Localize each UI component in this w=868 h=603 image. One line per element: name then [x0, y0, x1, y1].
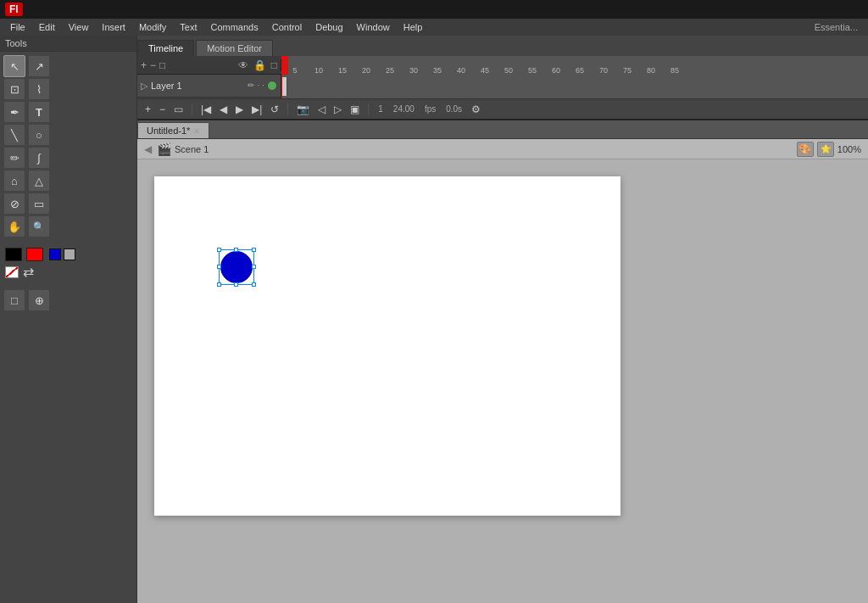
snap-to-content-btn[interactable]: ⭐: [817, 142, 834, 157]
handle-bl[interactable]: [217, 282, 221, 287]
title-bar: Fl: [0, 0, 868, 19]
new-layer-icon[interactable]: +: [141, 59, 147, 71]
delete-layer-btn[interactable]: −: [157, 103, 168, 116]
zoom-out-btn[interactable]: 🎨: [797, 142, 814, 157]
loop-btn[interactable]: ↺: [268, 103, 281, 116]
fl-logo: Fl: [5, 3, 23, 16]
menu-file[interactable]: File: [3, 20, 32, 34]
snap-btn[interactable]: ⊕: [28, 289, 50, 311]
lock-header-icon: 🔒: [253, 59, 266, 71]
menu-help[interactable]: Help: [397, 20, 430, 34]
stroke-color-swatch[interactable]: [5, 248, 22, 261]
onion-next-btn[interactable]: ▷: [331, 103, 344, 116]
essentials-label: Essentia...: [815, 22, 865, 32]
timeline-tabs: Timeline Motion Editor: [137, 36, 868, 56]
text-tool[interactable]: T: [28, 101, 50, 123]
object-drawing-btn[interactable]: □: [3, 289, 25, 311]
lasso-tool[interactable]: ⌇: [28, 78, 50, 100]
menu-text[interactable]: Text: [173, 20, 203, 34]
eraser-tool[interactable]: ▭: [28, 193, 50, 215]
frames-area[interactable]: [281, 75, 868, 98]
handle-br[interactable]: [252, 282, 256, 287]
pen-tool[interactable]: ✒: [3, 101, 25, 123]
goto-first-btn[interactable]: |◀: [198, 103, 214, 116]
separator-3: [368, 103, 369, 115]
onion-edit-btn[interactable]: ▣: [348, 103, 362, 116]
layer-name: Layer 1: [151, 81, 244, 91]
padlock-icon[interactable]: ·: [262, 81, 264, 91]
breadcrumb-scene[interactable]: 🎬 Scene 1: [157, 142, 209, 156]
settings-btn[interactable]: ⚙: [469, 103, 483, 116]
handle-tl[interactable]: [217, 248, 221, 252]
pencil-icon[interactable]: ✏: [248, 81, 254, 91]
white-canvas[interactable]: [154, 176, 620, 516]
layer-row[interactable]: ▷ Layer 1 ✏ · ·: [137, 75, 281, 98]
goto-next-btn[interactable]: ▶|: [249, 103, 264, 116]
layer-color-box[interactable]: [267, 81, 277, 91]
doc-tab-name: Untitled-1*: [147, 126, 190, 136]
add-layer-btn[interactable]: +: [142, 103, 153, 116]
swap-colors-btn[interactable]: ⇄: [23, 264, 34, 280]
fill-indicator[interactable]: [49, 248, 61, 260]
menu-debug[interactable]: Debug: [309, 20, 349, 34]
goto-prev-btn[interactable]: ◀: [217, 103, 230, 116]
fps-display: 24.00: [390, 104, 418, 114]
zoom-tool[interactable]: 🔍: [28, 215, 50, 237]
menu-modify[interactable]: Modify: [132, 20, 173, 34]
frame-ruler: 5 10 15 20 25 30 35 40 45 50 55 60: [281, 56, 868, 75]
subselect-tool[interactable]: ↗: [28, 55, 50, 77]
visibility-header-icon: 👁: [238, 59, 248, 71]
menu-view[interactable]: View: [62, 20, 96, 34]
no-color-btn[interactable]: [5, 266, 19, 278]
doc-tabs: Untitled-1* ✕: [137, 120, 868, 139]
stroke-indicator[interactable]: [64, 248, 75, 260]
free-transform-tool[interactable]: ⊡: [3, 78, 25, 100]
stage-canvas: [137, 159, 868, 603]
breadcrumb-back-arrow[interactable]: ◀: [144, 143, 152, 155]
outline-header-icon: □: [271, 59, 277, 71]
bone-tool[interactable]: ⌂: [3, 170, 25, 192]
eye-icon[interactable]: ·: [257, 81, 259, 91]
menu-window[interactable]: Window: [350, 20, 397, 34]
timeline-area: Timeline Motion Editor + − □ 👁 🔒 □: [137, 36, 868, 120]
oval-tool[interactable]: ○: [28, 124, 50, 146]
blue-circle[interactable]: [220, 251, 253, 283]
layer-folder-icon: ▷: [141, 81, 147, 92]
new-folder-btn[interactable]: ▭: [171, 103, 186, 116]
eyedropper-tool[interactable]: ⊘: [3, 193, 25, 215]
content-area: Timeline Motion Editor + − □ 👁 🔒 □: [137, 36, 868, 603]
frame-cells: [281, 75, 868, 98]
tools-label: Tools: [0, 36, 136, 52]
stage-wrapper: ◀ 🎬 Scene 1 🎨 ⭐ 100%: [137, 139, 868, 603]
play-btn[interactable]: ▶: [233, 103, 246, 116]
new-folder-icon[interactable]: □: [159, 59, 165, 71]
keyframe-1[interactable]: [281, 77, 287, 96]
tab-motion-editor[interactable]: Motion Editor: [196, 40, 273, 56]
menu-edit[interactable]: Edit: [32, 20, 62, 34]
hand-tool[interactable]: ✋: [3, 215, 25, 237]
fill-color-swatch[interactable]: [26, 248, 43, 261]
camera-btn[interactable]: 📷: [294, 103, 312, 116]
onion-prev-btn[interactable]: ◁: [315, 103, 328, 116]
menu-bar: File Edit View Insert Modify Text Comman…: [0, 19, 868, 36]
handle-tr[interactable]: [252, 248, 256, 252]
line-tool[interactable]: ╲: [3, 124, 25, 146]
toolbar: Tools ↖ ↗ ⊡ ⌇ ✒ T ╲ ○ ✏ ∫ ⌂ △ ⊘ ▭ ✋ 🔍: [0, 36, 137, 603]
tab-timeline[interactable]: Timeline: [137, 40, 194, 56]
color-section: ⇄: [0, 244, 136, 286]
brush-tool[interactable]: ∫: [28, 147, 50, 169]
scene-icon: 🎬: [157, 142, 171, 156]
delete-layer-icon[interactable]: −: [150, 59, 156, 71]
doc-tab-close-btn[interactable]: ✕: [193, 126, 200, 136]
layer-header-space: + − □ 👁 🔒 □: [137, 59, 281, 71]
doc-tab-untitled[interactable]: Untitled-1* ✕: [137, 122, 209, 138]
pencil-tool[interactable]: ✏: [3, 147, 25, 169]
menu-control[interactable]: Control: [265, 20, 309, 34]
select-tool[interactable]: ↖: [3, 55, 25, 77]
separator-2: [287, 103, 288, 115]
layer-controls: ✏ · ·: [248, 81, 277, 91]
breadcrumb-scene-label: Scene 1: [175, 144, 209, 154]
menu-commands[interactable]: Commands: [203, 20, 264, 34]
paint-bucket-tool[interactable]: △: [28, 170, 50, 192]
menu-insert[interactable]: Insert: [95, 20, 132, 34]
